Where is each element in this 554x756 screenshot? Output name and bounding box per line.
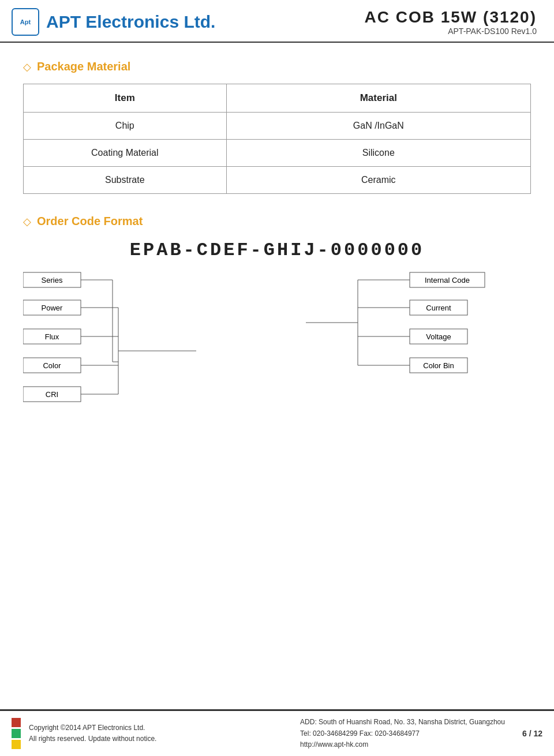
table-cell-item: Substrate bbox=[24, 167, 227, 194]
diamond-icon-2: ◇ bbox=[23, 215, 31, 228]
red-square bbox=[12, 718, 21, 727]
table-header-material: Material bbox=[226, 84, 530, 113]
footer-address: ADD: South of Huanshi Road, No. 33, Nans… bbox=[300, 717, 505, 728]
package-material-title: Package Material bbox=[37, 60, 130, 73]
package-material-heading: ◇ Package Material bbox=[23, 60, 531, 73]
company-name: APT Electronics Ltd. bbox=[46, 12, 215, 32]
svg-text:Voltage: Voltage bbox=[426, 332, 451, 341]
yellow-square bbox=[12, 740, 21, 749]
svg-text:CRI: CRI bbox=[46, 390, 58, 399]
svg-text:Internal Code: Internal Code bbox=[425, 276, 470, 285]
table-cell-item: Chip bbox=[24, 113, 227, 140]
footer-right: ADD: South of Huanshi Road, No. 33, Nans… bbox=[300, 717, 505, 750]
package-material-table: Item Material ChipGaN /InGaNCoating Mate… bbox=[23, 84, 531, 194]
footer-left: Copyright ©2014 APT Electronics Ltd. All… bbox=[29, 723, 156, 744]
footer-squares bbox=[12, 718, 21, 749]
table-row: SubstrateCeramic bbox=[24, 167, 531, 194]
table-cell-material: Silicone bbox=[226, 140, 530, 167]
table-row: Coating MaterialSilicone bbox=[24, 140, 531, 167]
main-content: ◇ Package Material Item Material ChipGaN… bbox=[0, 43, 554, 503]
footer-tel: Tel: 020-34684299 Fax: 020-34684977 bbox=[300, 728, 505, 739]
green-square bbox=[12, 729, 21, 738]
logo-icon: Apt bbox=[12, 8, 39, 36]
svg-text:Power: Power bbox=[42, 304, 63, 312]
order-code-svg: Series Power Flux Color CRI bbox=[23, 267, 531, 480]
svg-text:Color: Color bbox=[43, 361, 61, 370]
order-code-title: Order Code Format bbox=[37, 215, 143, 228]
table-cell-material: GaN /InGaN bbox=[226, 113, 530, 140]
page-header: Apt APT Electronics Ltd. AC COB 15W (312… bbox=[0, 0, 554, 43]
header-right: AC COB 15W (3120) APT-PAK-DS100 Rev1.0 bbox=[364, 8, 537, 36]
svg-text:Series: Series bbox=[42, 276, 63, 285]
footer-rights: All rights reserved. Update without noti… bbox=[29, 733, 156, 744]
page-footer: Copyright ©2014 APT Electronics Ltd. All… bbox=[0, 709, 554, 756]
footer-copyright: Copyright ©2014 APT Electronics Ltd. bbox=[29, 723, 156, 733]
table-header-item: Item bbox=[24, 84, 227, 113]
svg-text:Flux: Flux bbox=[45, 332, 59, 341]
order-code-section: ◇ Order Code Format EPAB-CDEF-GHIJ-00000… bbox=[23, 215, 531, 486]
svg-text:Current: Current bbox=[426, 304, 451, 312]
table-row: ChipGaN /InGaN bbox=[24, 113, 531, 140]
order-code-diagram: Series Power Flux Color CRI bbox=[23, 267, 531, 486]
diamond-icon: ◇ bbox=[23, 61, 31, 73]
doc-ref: APT-PAK-DS100 Rev1.0 bbox=[364, 27, 537, 36]
svg-text:Color Bin: Color Bin bbox=[423, 361, 454, 370]
order-code-string: EPAB-CDEF-GHIJ-0000000 bbox=[23, 239, 531, 261]
footer-page: 6 / 12 bbox=[522, 729, 542, 738]
order-code-heading: ◇ Order Code Format bbox=[23, 215, 531, 228]
product-title: AC COB 15W (3120) bbox=[364, 8, 537, 27]
footer-website: http://www.apt-hk.com bbox=[300, 739, 505, 750]
table-cell-item: Coating Material bbox=[24, 140, 227, 167]
logo-area: Apt APT Electronics Ltd. bbox=[12, 8, 215, 36]
table-cell-material: Ceramic bbox=[226, 167, 530, 194]
